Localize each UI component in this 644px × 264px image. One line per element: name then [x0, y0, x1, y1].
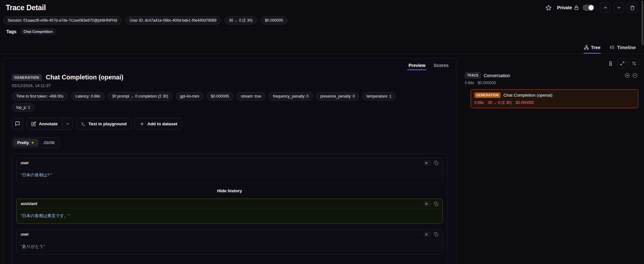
- message-content: "ありがとう": [17, 239, 443, 254]
- metric-badge: Time to first token: -498.00s: [12, 92, 68, 100]
- param-badge: presence_penalty: 0: [316, 92, 359, 100]
- markdown-toggle-icon[interactable]: M↓: [424, 232, 430, 237]
- copy-button[interactable]: [434, 161, 438, 165]
- view-tabs: Tree Timeline: [0, 41, 644, 54]
- copy-button[interactable]: [434, 232, 438, 237]
- message-header: user M↓: [17, 158, 443, 168]
- message-content: "日本の首都は? ": [17, 168, 443, 183]
- award-icon: [608, 61, 613, 66]
- trace-cost: $0.000005: [478, 81, 496, 85]
- cost-badge: $0.000005: [207, 92, 234, 100]
- tab-tree-label: Tree: [591, 45, 601, 50]
- pretty-toggle[interactable]: Pretty ✦: [13, 139, 39, 147]
- message-user-2: user M↓ "ありがとう": [16, 229, 443, 254]
- terminal-icon: [81, 121, 86, 126]
- test-in-playground-label: Test in playground: [89, 121, 127, 126]
- circle-plus-icon: [625, 73, 630, 78]
- show-scores-button[interactable]: [606, 59, 615, 68]
- show-metrics-button[interactable]: [629, 59, 639, 68]
- json-toggle[interactable]: JSON: [39, 139, 59, 147]
- tab-timeline[interactable]: Timeline: [609, 41, 636, 53]
- comment-icon: [15, 121, 20, 126]
- observation-card: Preview Scores GENERATION Chat Completio…: [3, 58, 457, 264]
- trace-nav-group: [600, 2, 638, 13]
- pen-square-icon: [31, 121, 36, 126]
- toggle-knob: [589, 5, 594, 10]
- session-badge[interactable]: Session: 01aaacf6-e0fe-457d-a7de-7c1ee08…: [3, 16, 122, 25]
- tab-preview[interactable]: Preview: [405, 61, 429, 71]
- message-assistant: assistant M↓ "日本の首都は東京です。": [16, 199, 443, 224]
- tree-icon: [584, 45, 589, 50]
- trace-root-node[interactable]: TRACE Conversation: [465, 72, 638, 78]
- annotate-dropdown-button[interactable]: [62, 118, 73, 129]
- annotate-button[interactable]: Annotate: [26, 118, 62, 129]
- message-user-1: user M↓ "日本の首都は? ": [16, 158, 443, 183]
- observation-type-badge: GENERATION: [12, 74, 42, 81]
- plus-icon: [140, 121, 144, 126]
- trace-meta-row: Session: 01aaacf6-e0fe-457d-a7de-7c1ee08…: [0, 15, 644, 25]
- generation-cost: $0.000005: [516, 100, 534, 105]
- generation-latency: 0.68s: [474, 100, 484, 105]
- param-badge: frequency_penalty: 0: [268, 92, 313, 100]
- io-container: user M↓ "日本の首都は? " Hide history assistan…: [12, 153, 447, 264]
- bookmark-star-button[interactable]: [544, 3, 553, 12]
- message-header: user M↓: [17, 230, 443, 239]
- test-in-playground-button[interactable]: Test in playground: [76, 118, 132, 129]
- public-private-toggle[interactable]: [582, 4, 594, 11]
- message-role: user: [21, 232, 29, 237]
- hide-history-button[interactable]: Hide history: [16, 188, 443, 193]
- param-badge: stream: true: [236, 92, 266, 100]
- zoom-out-button[interactable]: [632, 73, 638, 78]
- trace-title: Conversation: [484, 73, 510, 78]
- timeline-icon: [610, 45, 615, 50]
- generation-tokens: 30 → 0 (Σ 30): [488, 100, 511, 105]
- markdown-toggle-icon[interactable]: M↓: [424, 161, 430, 165]
- tree-controls: [464, 59, 639, 68]
- percent-icon: [632, 61, 636, 66]
- previous-trace-button[interactable]: [600, 2, 611, 13]
- observation-badges-row2: top_p: 1: [12, 103, 447, 112]
- param-badge: temperature: 1: [362, 92, 396, 100]
- copy-button[interactable]: [434, 202, 438, 206]
- generation-node-header: GENERATION Chat Completion (openai): [474, 92, 634, 98]
- message-role: user: [21, 161, 29, 165]
- next-trace-button[interactable]: [613, 2, 624, 13]
- expand-icon: [620, 61, 625, 66]
- comments-button[interactable]: [12, 118, 23, 129]
- tags-label: Tags: [6, 29, 17, 34]
- trash-icon: [630, 5, 635, 10]
- page-title: Trace Detail: [6, 4, 46, 12]
- add-to-dataset-button[interactable]: Add to dataset: [135, 118, 182, 129]
- format-toggle: Pretty ✦ JSON: [12, 137, 60, 148]
- message-icons: M↓: [424, 202, 438, 206]
- trace-metrics: 0.68s $0.000005: [465, 81, 639, 85]
- tag-chip[interactable]: Chat Competition: [21, 29, 56, 34]
- markdown-toggle-icon[interactable]: M↓: [424, 202, 430, 206]
- trace-node-actions: [625, 73, 638, 78]
- delete-trace-button[interactable]: [627, 2, 638, 13]
- scrollbar[interactable]: [641, 1, 643, 45]
- tree-node-generation-selected[interactable]: GENERATION Chat Completion (openai) 0.68…: [471, 89, 638, 108]
- annotate-label: Annotate: [39, 121, 58, 126]
- user-id-badge[interactable]: User ID: dc47a41e-06bc-400d-bde1-f0e440d…: [125, 16, 221, 25]
- zoom-in-button[interactable]: [625, 73, 630, 78]
- annotate-split-button: Annotate: [26, 118, 73, 130]
- metric-badge: Latency: 0.68s: [71, 92, 105, 100]
- lock-icon: [574, 5, 579, 10]
- circle-minus-icon: [632, 73, 638, 78]
- tab-tree[interactable]: Tree: [583, 41, 601, 53]
- observation-title: Chat Completion (openai): [46, 74, 123, 81]
- copy-icon: [434, 232, 438, 237]
- header-actions: Private: [544, 2, 638, 13]
- message-icons: M↓: [424, 161, 438, 165]
- generation-type-badge: GENERATION: [474, 92, 501, 98]
- metric-badge: 30 prompt → 0 completion (Σ 30): [107, 92, 172, 100]
- model-badge[interactable]: gpt-4o-mini: [176, 92, 204, 100]
- tab-scores[interactable]: Scores: [430, 61, 452, 71]
- expand-all-button[interactable]: [618, 59, 627, 68]
- privacy-label: Private: [557, 5, 572, 10]
- privacy-control: Private: [557, 5, 579, 10]
- sparkle-icon: ✦: [31, 141, 34, 145]
- trace-tree-panel: TRACE Conversation 0.68s $0.000005 GENER…: [462, 58, 640, 108]
- message-header: assistant M↓: [17, 199, 443, 209]
